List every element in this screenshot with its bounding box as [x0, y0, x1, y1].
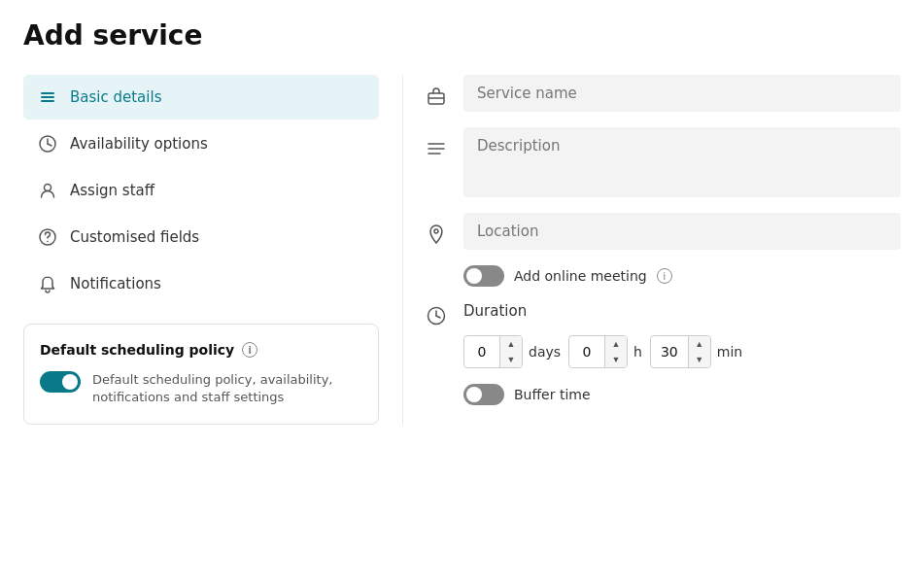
sidebar-item-notifications[interactable]: Notifications — [23, 261, 379, 306]
duration-days-unit: 0 ▲ ▼ days — [463, 335, 561, 368]
bell-icon — [37, 273, 58, 294]
duration-minutes-unit: 30 ▲ ▼ min — [650, 335, 742, 368]
sidebar-item-availability-options[interactable]: Availability options — [23, 121, 379, 166]
days-stepper[interactable]: 0 ▲ ▼ — [463, 335, 523, 368]
hours-stepper[interactable]: 0 ▲ ▼ — [568, 335, 628, 368]
duration-label: Duration — [463, 302, 527, 320]
buffer-time-row: Buffer time — [463, 384, 901, 405]
minutes-stepper[interactable]: 30 ▲ ▼ — [650, 335, 711, 368]
hours-value: 0 — [569, 338, 604, 365]
person-icon — [37, 180, 58, 201]
buffer-time-toggle[interactable] — [463, 384, 504, 405]
description-row — [423, 127, 901, 197]
buffer-time-label: Buffer time — [514, 387, 591, 402]
duration-controls: 0 ▲ ▼ days 0 ▲ ▼ h — [463, 335, 901, 368]
duration-hours-unit: 0 ▲ ▼ h — [568, 335, 642, 368]
online-meeting-info-icon[interactable]: i — [657, 268, 672, 284]
hours-increment-button[interactable]: ▲ — [605, 336, 627, 352]
question-circle-icon — [37, 226, 58, 248]
policy-toggle[interactable] — [40, 371, 81, 393]
svg-rect-1 — [41, 96, 54, 98]
duration-section: Duration — [423, 302, 901, 329]
sidebar-item-label: Notifications — [70, 275, 161, 292]
duration-clock-icon — [423, 302, 450, 329]
hours-decrement-button[interactable]: ▼ — [605, 352, 627, 367]
briefcase-icon — [423, 83, 450, 110]
days-stepper-buttons: ▲ ▼ — [499, 336, 522, 367]
online-meeting-toggle[interactable] — [463, 265, 504, 287]
minutes-increment-button[interactable]: ▲ — [689, 336, 710, 352]
sidebar-item-customised-fields[interactable]: Customised fields — [23, 215, 379, 259]
days-unit-label: days — [529, 344, 561, 360]
policy-title: Default scheduling policy — [40, 342, 234, 358]
policy-info-icon[interactable]: i — [242, 342, 257, 358]
lines-icon — [423, 135, 450, 162]
location-row — [423, 213, 901, 250]
service-name-row — [423, 75, 901, 112]
days-increment-button[interactable]: ▲ — [500, 336, 522, 352]
clock-icon — [37, 133, 58, 155]
sidebar-item-label: Availability options — [70, 135, 208, 153]
minutes-unit-label: min — [717, 344, 742, 360]
service-name-input[interactable] — [463, 75, 901, 112]
minutes-decrement-button[interactable]: ▼ — [689, 352, 710, 367]
menu-icon — [37, 86, 58, 108]
sidebar-item-label: Assign staff — [70, 182, 154, 199]
location-input[interactable] — [463, 213, 901, 250]
svg-line-17 — [436, 316, 440, 318]
online-meeting-row: Add online meeting i — [463, 265, 901, 287]
svg-line-5 — [48, 144, 51, 146]
minutes-value: 30 — [651, 338, 688, 365]
svg-point-14 — [434, 229, 438, 233]
location-pin-icon — [423, 221, 450, 248]
hours-stepper-buttons: ▲ ▼ — [604, 336, 627, 367]
sidebar: Basic details Availability options As — [23, 75, 402, 425]
description-input[interactable] — [463, 127, 901, 197]
days-value: 0 — [464, 338, 499, 365]
policy-card: Default scheduling policy i Default sche… — [23, 324, 379, 425]
hours-unit-label: h — [633, 344, 642, 360]
online-meeting-label: Add online meeting — [514, 268, 647, 284]
sidebar-item-label: Basic details — [70, 88, 161, 106]
svg-point-8 — [47, 241, 49, 243]
sidebar-item-basic-details[interactable]: Basic details — [23, 75, 379, 120]
minutes-stepper-buttons: ▲ ▼ — [688, 336, 710, 367]
page-title: Add service — [23, 19, 901, 52]
svg-point-6 — [45, 185, 51, 191]
svg-rect-2 — [41, 100, 54, 102]
svg-rect-0 — [41, 92, 54, 94]
days-decrement-button[interactable]: ▼ — [500, 352, 522, 367]
main-content: Add online meeting i Duration 0 ▲ — [402, 75, 901, 425]
sidebar-item-label: Customised fields — [70, 228, 199, 246]
sidebar-item-assign-staff[interactable]: Assign staff — [23, 168, 379, 213]
policy-description: Default scheduling policy, availability,… — [92, 371, 362, 406]
